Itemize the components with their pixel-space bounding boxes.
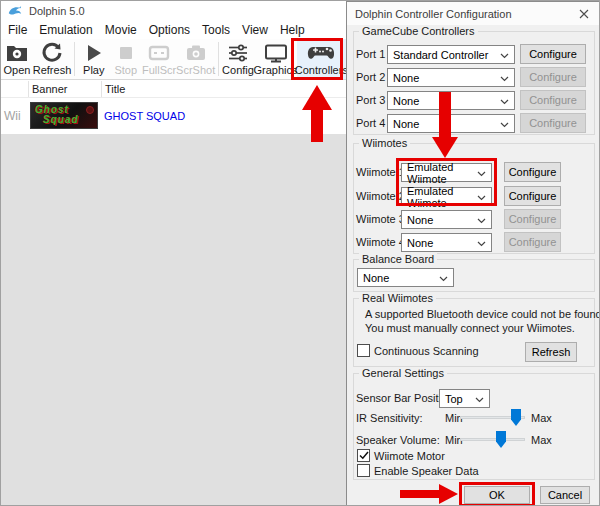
controllers-button[interactable]: Controllers (297, 39, 346, 79)
wiimote4-dropdown[interactable]: None (401, 233, 492, 252)
wiimote4-configure-button: Configure (504, 232, 561, 252)
wiimote3-dropdown[interactable]: None (401, 210, 492, 229)
annotation-arrow-right (439, 484, 458, 504)
continuous-scanning-label: Continuous Scanning (374, 345, 479, 357)
platform-label: Wii (4, 98, 28, 134)
speaker-volume-label: Speaker Volume: (356, 434, 440, 446)
wiimote1-label: Wiimote 1 (356, 166, 405, 178)
screenshot-root: Dolphin 5.0 File Emulation Movie Options… (0, 0, 600, 506)
wiimote1-configure-button[interactable]: Configure (504, 162, 561, 182)
speaker-max-label: Max (531, 434, 552, 446)
stop-button: Stop (110, 39, 142, 79)
chevron-down-icon (475, 397, 484, 403)
port4-label: Port 4 (356, 117, 385, 129)
graphics-icon (263, 41, 289, 64)
sensor-bar-dropdown[interactable]: Top (439, 389, 490, 408)
column-divider (101, 81, 102, 97)
menu-help[interactable]: Help (274, 23, 311, 37)
cancel-button[interactable]: Cancel (540, 486, 590, 504)
close-icon[interactable] (568, 2, 600, 25)
chevron-down-icon (500, 53, 509, 59)
group-label-general-settings: General Settings (359, 367, 447, 379)
wiimote3-configure-button: Configure (504, 209, 561, 229)
dolphin-main-window: Dolphin 5.0 File Emulation Movie Options… (1, 1, 346, 506)
menu-view[interactable]: View (236, 23, 274, 37)
balance-board-dropdown[interactable]: None (357, 268, 454, 287)
bluetooth-message-line2: You must manually connect your Wiimotes. (365, 322, 575, 334)
port2-label: Port 2 (356, 71, 385, 83)
ir-max-label: Max (531, 412, 552, 424)
wiimote3-label: Wiimote 3 (356, 213, 405, 225)
menu-tools[interactable]: Tools (196, 23, 236, 37)
chevron-down-icon (439, 276, 448, 282)
controller-config-dialog: Dolphin Controller Configuration GameCub… (346, 1, 600, 506)
toolbar: Open Refresh Play (1, 39, 346, 80)
column-header-banner[interactable]: Banner (32, 80, 67, 98)
port3-label: Port 3 (356, 94, 385, 106)
port3-configure-button: Configure (520, 90, 586, 110)
chevron-down-icon (477, 195, 486, 201)
port2-dropdown[interactable]: None (387, 68, 515, 87)
game-list-empty-area (1, 134, 346, 506)
refresh-button[interactable]: Refresh (33, 39, 71, 79)
annotation-arrow-down-shaft (439, 92, 451, 137)
menu-file[interactable]: File (2, 23, 33, 37)
bluetooth-message-line1: A supported Bluetooth device could not b… (365, 308, 600, 320)
column-header-title[interactable]: Title (105, 80, 125, 98)
annotation-arrow-right-shaft (400, 490, 439, 498)
chevron-down-icon (477, 241, 486, 247)
port1-dropdown[interactable]: Standard Controller (387, 45, 515, 64)
enable-speaker-data-label: Enable Speaker Data (374, 465, 479, 477)
game-banner-image: Ghost Squad (30, 102, 98, 129)
main-title-bar: Dolphin 5.0 (1, 1, 346, 20)
port4-configure-button: Configure (520, 113, 586, 133)
fullscreen-icon (147, 41, 171, 64)
wiimote-motor-checkbox[interactable] (357, 449, 370, 462)
annotation-arrow-down (432, 137, 458, 158)
enable-speaker-data-checkbox[interactable] (357, 464, 370, 477)
port3-dropdown[interactable]: None (387, 91, 515, 110)
graphics-button[interactable]: Graphics (254, 39, 296, 79)
stop-icon (116, 41, 136, 64)
menu-emulation[interactable]: Emulation (33, 23, 98, 37)
speaker-volume-slider[interactable] (460, 438, 525, 441)
game-title-link[interactable]: GHOST SQUAD (104, 98, 185, 134)
refresh-wiimotes-button[interactable]: Refresh (525, 342, 577, 362)
group-label-real-wiimotes: Real Wiimotes (359, 292, 436, 304)
toolbar-separator (74, 42, 75, 76)
game-list-header: Banner Title (1, 80, 346, 98)
annotation-arrow-up-shaft (311, 109, 323, 142)
play-icon (84, 41, 104, 64)
dialog-title-bar: Dolphin Controller Configuration (347, 2, 600, 25)
port4-dropdown[interactable]: None (387, 114, 515, 133)
checkmark-icon (359, 451, 369, 460)
wiimote2-label: Wiimote 2 (356, 190, 405, 202)
play-button[interactable]: Play (78, 39, 110, 79)
group-label-gamecube: GameCube Controllers (359, 25, 478, 37)
dolphin-logo-icon (8, 5, 23, 17)
menu-bar: File Emulation Movie Options Tools View … (1, 20, 346, 39)
wiimote2-dropdown[interactable]: Emulated Wiimote (401, 187, 492, 206)
open-icon (5, 41, 29, 64)
menu-options[interactable]: Options (143, 23, 196, 37)
continuous-scanning-checkbox[interactable] (357, 344, 370, 357)
port1-configure-button[interactable]: Configure (520, 44, 586, 64)
group-label-balance-board: Balance Board (359, 253, 437, 265)
controllers-icon (306, 41, 336, 64)
ok-button[interactable]: OK (464, 486, 530, 504)
annotation-arrow-up (302, 85, 332, 110)
menu-movie[interactable]: Movie (99, 23, 143, 37)
refresh-icon (41, 41, 63, 64)
screenshot-icon (184, 41, 208, 64)
wiimote2-configure-button[interactable]: Configure (504, 186, 561, 206)
wiimote1-dropdown[interactable]: Emulated Wiimote (401, 163, 492, 182)
toolbar-separator (218, 42, 219, 76)
port2-configure-button: Configure (520, 67, 586, 87)
screenshot-button: ScrShot (176, 39, 214, 79)
config-button[interactable]: Config (222, 39, 255, 79)
column-divider (28, 81, 29, 97)
fullscreen-button: FullScr (142, 39, 177, 79)
game-list-row[interactable]: Wii Ghost Squad GHOST SQUAD (1, 98, 346, 134)
open-button[interactable]: Open (1, 39, 33, 79)
chevron-down-icon (477, 171, 486, 177)
